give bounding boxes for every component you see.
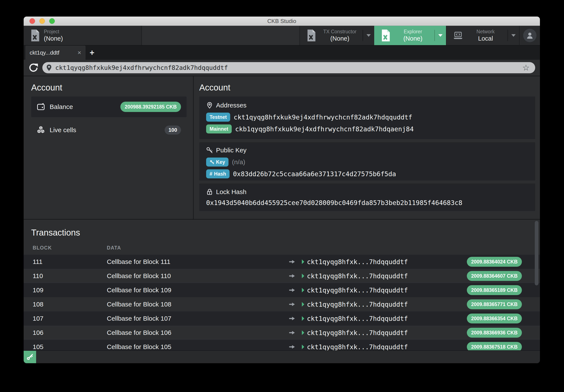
chevron-right-icon (301, 302, 307, 307)
arrow-right-icon (289, 330, 301, 335)
hash-icon: # (210, 171, 212, 177)
app-window: CKB Studio Project (None) TX Constructo (24, 16, 540, 363)
status-bar (24, 350, 540, 363)
addresses-card: Addresses Testnet ckt1qyqg8hfxkuk9ej4xdf… (199, 97, 535, 139)
table-row[interactable]: 109 Cellbase for Block 109 ckt1qyqg8hfxk… (24, 283, 540, 297)
tx-amount-badge: 2009.88364607 CKB (467, 271, 522, 281)
table-row[interactable]: 111 Cellbase for Block 111 ckt1qyqg8hfxk… (24, 255, 540, 269)
live-cells-label: Live cells (50, 126, 76, 134)
table-row[interactable]: 108 Cellbase for Block 108 ckt1qyqg8hfxk… (24, 297, 540, 311)
balance-label: Balance (50, 103, 73, 111)
account-summary-title: Account (31, 81, 187, 94)
chevron-right-icon (301, 288, 307, 293)
chevron-right-icon (301, 344, 307, 350)
explorer-file-icon (381, 29, 391, 42)
url-text[interactable]: ckt1qyqg8hfxkuk9ej4xdfhrwychcnf82adk7hdq… (55, 64, 228, 71)
chevron-down-icon[interactable] (367, 34, 371, 37)
tx-constructor-value: (None) (330, 35, 350, 42)
project-file-icon (30, 29, 40, 42)
tx-data: Cellbase for Block 111 (107, 258, 289, 266)
tx-address[interactable]: ckt1qyqg8hfxk...7hdqquddtf (307, 301, 408, 308)
network-laptop-icon (453, 29, 463, 42)
table-row[interactable]: 105 Cellbase for Block 105 ckt1qyqg8hfxk… (24, 340, 540, 350)
tx-address[interactable]: ckt1qyqg8hfxk...7hdqquddtf (307, 329, 408, 336)
chevron-right-icon (301, 259, 307, 264)
key-icon (210, 160, 214, 164)
tx-data: Cellbase for Block 108 (107, 301, 289, 308)
bookmark-star-icon[interactable]: ☆ (522, 64, 530, 72)
table-row[interactable]: 106 Cellbase for Block 106 ckt1qyqg8hfxk… (24, 326, 540, 340)
testnet-address[interactable]: ckt1qyqg8hfxkuk9ej4xdfhrwychcnf82adk7hdq… (234, 113, 412, 121)
cells-cubes-icon (37, 126, 45, 134)
explorer-text: Explorer (None) (395, 29, 431, 42)
new-tab-button[interactable]: + (85, 46, 99, 60)
refresh-icon (28, 63, 39, 73)
project-selector-text: Project (None) (44, 29, 63, 42)
minimize-window-button[interactable] (39, 18, 45, 24)
public-key-hash[interactable]: 0x83dd26b72c5ccaa66a6e371317c4d27575b6f5… (233, 170, 396, 178)
tab-close-icon[interactable]: × (77, 49, 81, 56)
address-bar[interactable]: ckt1qyqg8hfxkuk9ej4xdfhrwychcnf82adk7hdq… (42, 62, 535, 73)
public-key-header: Public Key (206, 145, 529, 155)
user-avatar-button[interactable] (519, 26, 540, 45)
table-row[interactable]: 110 Cellbase for Block 110 ckt1qyqg8hfxk… (24, 269, 540, 283)
chevron-right-icon (301, 330, 307, 335)
account-section: Account Balance 200988.39292185 CKB Live… (24, 76, 540, 220)
table-row[interactable]: 107 Cellbase for Block 107 ckt1qyqg8hfxk… (24, 311, 540, 326)
refresh-button[interactable] (28, 62, 39, 74)
hash-row: # Hash 0x83dd26b72c5ccaa66a6e371317c4d27… (206, 169, 529, 179)
mainnet-address[interactable]: ckb1qyqg8hfxkuk9ej4xdfhrwychcnf82adk7hdq… (235, 125, 414, 133)
chevron-down-icon[interactable] (511, 34, 516, 37)
location-pin-icon (45, 64, 53, 71)
tx-address[interactable]: ckt1qyqg8hfxk...7hdqquddtf (307, 343, 408, 350)
tx-constructor-file-icon (307, 29, 316, 42)
chevron-down-icon[interactable] (438, 34, 443, 37)
tx-amount-badge: 2009.88365189 CKB (467, 285, 522, 295)
tx-data: Cellbase for Block 107 (107, 315, 289, 322)
network-value: Local (478, 35, 493, 42)
block-number: 109 (24, 286, 107, 294)
lock-hash-card: Lock Hash 0x1943d5040b6dd455925cee70d028… (199, 183, 535, 211)
titlebar: CKB Studio (24, 16, 540, 26)
traffic-lights (29, 16, 55, 26)
chevron-right-icon (301, 273, 307, 279)
live-cells-nav-item[interactable]: Live cells 100 (31, 120, 187, 140)
explorer-selector[interactable]: Explorer (None) (374, 26, 446, 45)
block-number: 108 (24, 301, 107, 308)
public-key-card: Public Key Key (n/a) # Hash (199, 142, 535, 181)
key-icon (26, 353, 33, 361)
tab-active[interactable]: ckt1qy...ddtf × (25, 46, 85, 60)
network-selector[interactable]: Network Local (446, 26, 519, 45)
arrow-right-icon (289, 259, 301, 264)
window-title: CKB Studio (267, 18, 296, 25)
tx-address[interactable]: ckt1qyqg8hfxk...7hdqquddtf (307, 286, 408, 294)
tx-address[interactable]: ckt1qyqg8hfxk...7hdqquddtf (307, 315, 408, 322)
maximize-window-button[interactable] (49, 18, 55, 24)
tx-address[interactable]: ckt1qyqg8hfxk...7hdqquddtf (307, 258, 408, 266)
arrow-right-icon (289, 273, 301, 279)
arrow-right-icon (289, 316, 301, 321)
block-number: 110 (24, 272, 107, 280)
project-selector[interactable]: Project (None) (24, 26, 141, 45)
close-window-button[interactable] (29, 18, 35, 24)
transactions-table-body: 111 Cellbase for Block 111 ckt1qyqg8hfxk… (24, 255, 540, 350)
balance-nav-item[interactable]: Balance 200988.39292185 CKB (31, 97, 187, 117)
key-icon (206, 147, 213, 154)
tx-amount-badge: 2009.88365771 CKB (467, 299, 522, 309)
arrow-right-icon (289, 344, 301, 350)
public-key-label: Public Key (216, 147, 247, 154)
divider (363, 30, 363, 41)
location-pin-icon (206, 102, 213, 109)
lock-hash-value[interactable]: 0x1943d5040b6dd455925cee70d028009bc0469f… (206, 199, 529, 207)
divider (434, 30, 435, 41)
tx-address[interactable]: ckt1qyqg8hfxk...7hdqquddtf (307, 272, 408, 280)
keychain-button[interactable] (24, 351, 36, 363)
tx-amount-badge: 2009.88364024 CKB (467, 257, 522, 267)
wallet-icon (37, 103, 45, 111)
tx-amount-badge: 2009.88367518 CKB (467, 342, 522, 350)
scrollbar-thumb[interactable] (535, 221, 538, 285)
tx-constructor-selector[interactable]: TX Constructor (None) (300, 26, 374, 45)
key-value: (n/a) (232, 158, 245, 166)
toolbar: Project (None) TX Constructor (None) (24, 26, 540, 46)
tab-bar: ckt1qy...ddtf × + (24, 46, 540, 60)
